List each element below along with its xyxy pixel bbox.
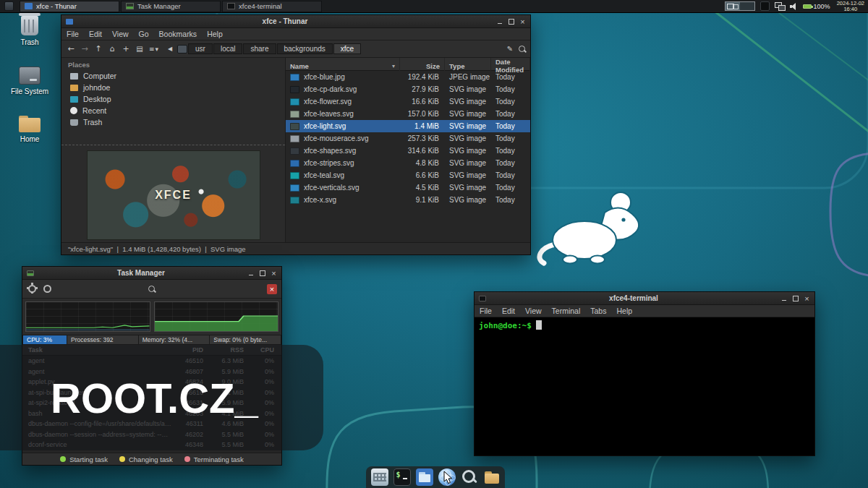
- view-mode-dropdown[interactable]: [147, 43, 160, 55]
- path-button[interactable]: xfce: [333, 43, 361, 54]
- filesystem-root-icon[interactable]: [177, 45, 187, 53]
- search-icon[interactable]: [517, 44, 527, 54]
- desktop-icon-filesystem[interactable]: File System: [4, 67, 56, 95]
- clear-filter-close-icon[interactable]: [267, 284, 277, 294]
- thunar-titlebar[interactable]: xfce - Thunar: [61, 15, 530, 28]
- taskbar-window-button[interactable]: xfce - Thunar: [20, 1, 119, 12]
- path-scroll-left-icon[interactable]: [163, 43, 176, 55]
- terminal-window: xfce4-terminal File Edit View Terminal T…: [474, 291, 815, 456]
- memory-graph: [154, 301, 279, 332]
- menu-item[interactable]: View: [520, 307, 547, 315]
- file-name: xfce-shapes.svg: [304, 147, 356, 155]
- minimize-button[interactable]: [780, 294, 788, 303]
- file-list-header: Name ▾ Size Type Date Modified: [286, 58, 530, 71]
- clock[interactable]: 2024-12-02 16:40: [835, 1, 864, 12]
- file-row[interactable]: xfce-cp-dark.svg 27.9 KiB SVG image Toda…: [286, 83, 530, 95]
- minimize-button[interactable]: [247, 269, 255, 278]
- workspace-switcher[interactable]: [725, 1, 755, 11]
- menu-item[interactable]: File: [475, 307, 497, 315]
- clock-time: 16:40: [843, 7, 857, 12]
- close-button[interactable]: [519, 17, 527, 26]
- search-icon[interactable]: [147, 284, 157, 294]
- file-row[interactable]: xfce-x.svg 9.1 KiB SVG image Today: [286, 194, 530, 206]
- places-item[interactable]: Computer: [61, 70, 285, 82]
- terminal-titlebar[interactable]: xfce4-terminal: [475, 292, 814, 305]
- tray-app-icon[interactable]: [760, 1, 770, 11]
- file-row[interactable]: xfce-light.svg 1.4 MiB SVG image Today: [286, 120, 530, 132]
- terminal-cursor: [536, 320, 542, 330]
- places-item[interactable]: Desktop: [61, 93, 285, 105]
- file-row[interactable]: xfce-verticals.svg 4.5 KiB SVG image Tod…: [286, 181, 530, 194]
- close-button[interactable]: [270, 269, 278, 278]
- menu-item[interactable]: Help: [202, 30, 228, 38]
- file-row[interactable]: xfce-shapes.svg 314.6 KiB SVG image Toda…: [286, 145, 530, 157]
- thunar-statusbar: "xfce-light.svg" | 1.4 MiB (1,428,420 by…: [61, 242, 530, 254]
- dock-launcher[interactable]: [461, 468, 478, 486]
- places-item[interactable]: johndoe: [61, 82, 285, 93]
- forward-icon[interactable]: [78, 43, 91, 55]
- menu-item[interactable]: View: [107, 30, 134, 38]
- menu-item[interactable]: File: [61, 30, 84, 38]
- file-row[interactable]: xfce-mouserace.svg 257.3 KiB SVG image T…: [286, 132, 530, 145]
- edit-path-icon[interactable]: [503, 43, 516, 55]
- split-view-icon[interactable]: [133, 43, 146, 55]
- menu-item[interactable]: Tabs: [585, 307, 611, 315]
- desktop-icon-column: Trash File System Home: [4, 16, 56, 163]
- menu-item[interactable]: Edit: [84, 30, 107, 38]
- file-name: xfce-leaves.svg: [304, 110, 354, 118]
- workspace-2[interactable]: [740, 2, 754, 10]
- rootcz-watermark: ROOT.CZ_: [0, 345, 323, 450]
- file-row[interactable]: xfce-stripes.svg 4.8 KiB SVG image Today: [286, 157, 530, 169]
- dock-launcher[interactable]: $: [393, 468, 411, 486]
- places-item[interactable]: Trash: [61, 116, 285, 128]
- file-row[interactable]: xfce-teal.svg 6.6 KiB SVG image Today: [286, 169, 530, 181]
- dock-launcher-icon: [483, 468, 501, 486]
- file-row[interactable]: xfce-blue.jpg 192.4 KiB JPEG image Today: [286, 71, 530, 83]
- terminal-screen[interactable]: john@doe:~$: [475, 317, 814, 455]
- network-icon[interactable]: [775, 2, 785, 10]
- file-row[interactable]: xfce-flower.svg 16.6 KiB SVG image Today: [286, 95, 530, 108]
- home-icon[interactable]: [106, 43, 119, 55]
- back-icon[interactable]: [64, 43, 77, 55]
- menu-item[interactable]: Edit: [497, 307, 520, 315]
- file-size: 16.6 KiB: [400, 98, 445, 106]
- desktop-icon-trash[interactable]: Trash: [4, 16, 56, 46]
- minimize-button[interactable]: [495, 17, 503, 26]
- up-icon[interactable]: [92, 43, 105, 55]
- close-button[interactable]: [803, 294, 811, 303]
- menu-item[interactable]: Bookmarks: [154, 30, 203, 38]
- window-app-icon: [25, 3, 33, 9]
- applications-menu-icon[interactable]: [4, 1, 14, 11]
- desktop-icon-home[interactable]: Home: [4, 116, 56, 143]
- path-button[interactable]: usr: [188, 43, 213, 54]
- settings-gear-icon[interactable]: [28, 285, 36, 293]
- task-manager-titlebar[interactable]: Task Manager: [22, 267, 281, 280]
- desktop: xfce - Thunar Task Manager xfce4-termina…: [0, 0, 868, 488]
- places-item[interactable]: Recent: [61, 105, 285, 116]
- image-preview-pane: XFCE: [61, 145, 285, 242]
- menu-item[interactable]: Go: [134, 30, 154, 38]
- dock-launcher[interactable]: [483, 468, 501, 486]
- process-filter-icon[interactable]: [43, 285, 51, 293]
- new-tab-icon[interactable]: [119, 43, 132, 55]
- path-button[interactable]: backgrounds: [277, 43, 333, 54]
- maximize-button[interactable]: [791, 294, 799, 303]
- path-button[interactable]: share: [243, 43, 276, 54]
- maximize-button[interactable]: [507, 17, 515, 26]
- dock-launcher[interactable]: [371, 468, 388, 486]
- menu-item[interactable]: Help: [611, 307, 637, 315]
- maximize-button[interactable]: [258, 269, 266, 278]
- workspace-1[interactable]: [726, 2, 740, 10]
- file-size: 157.0 KiB: [400, 110, 445, 118]
- path-button[interactable]: local: [213, 43, 243, 54]
- taskbar-window-button[interactable]: xfce4-terminal: [222, 1, 322, 12]
- dock-launcher[interactable]: [416, 468, 433, 486]
- place-icon: [70, 119, 78, 126]
- thunar-menubar: File Edit View Go Bookmarks Help: [61, 28, 530, 40]
- file-row[interactable]: xfce-leaves.svg 157.0 KiB SVG image Toda…: [286, 108, 530, 120]
- volume-icon[interactable]: [790, 3, 798, 10]
- taskbar-window-button[interactable]: Task Manager: [121, 1, 221, 12]
- battery-indicator[interactable]: 100%: [803, 3, 830, 10]
- menu-item[interactable]: Terminal: [547, 307, 586, 315]
- file-date: Today: [491, 73, 530, 81]
